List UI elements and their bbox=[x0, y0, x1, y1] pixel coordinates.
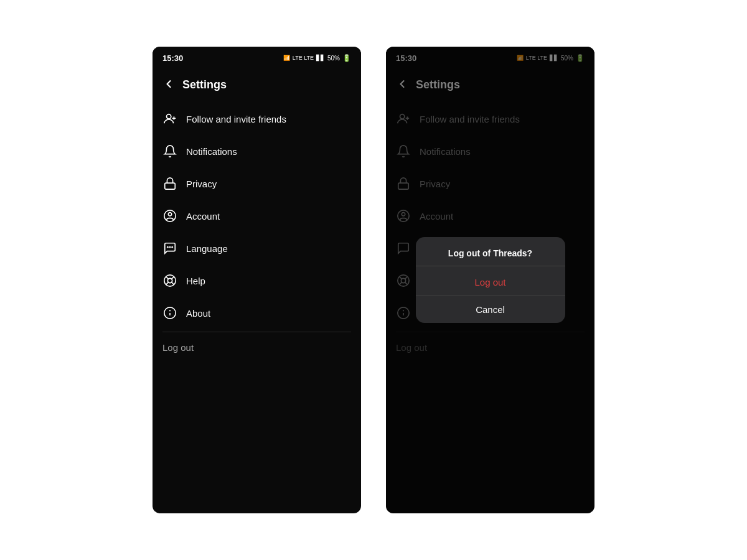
lifebuoy-icon-left bbox=[162, 273, 177, 288]
menu-item-notifications-left[interactable]: Notifications bbox=[153, 135, 361, 167]
follow-label-left: Follow and invite friends bbox=[186, 114, 286, 124]
header-left: Settings bbox=[153, 69, 361, 100]
about-label-left: About bbox=[186, 308, 210, 319]
help-label-left: Help bbox=[186, 276, 205, 286]
chat-bubble-icon-left bbox=[162, 241, 177, 256]
svg-point-0 bbox=[167, 114, 171, 119]
status-time-left: 15:30 bbox=[162, 54, 183, 63]
menu-list-left: Follow and invite friends Notifications … bbox=[153, 100, 361, 513]
svg-line-11 bbox=[166, 277, 169, 279]
dialog-divider-top bbox=[416, 266, 565, 266]
battery-icon: 🔋 bbox=[342, 54, 351, 62]
svg-point-10 bbox=[167, 278, 172, 282]
svg-point-5 bbox=[168, 213, 172, 217]
dialog-logout-button[interactable]: Log out bbox=[416, 269, 565, 296]
svg-line-13 bbox=[172, 277, 174, 279]
privacy-label-left: Privacy bbox=[186, 179, 217, 189]
svg-line-12 bbox=[172, 282, 174, 285]
back-button-left[interactable] bbox=[162, 78, 175, 92]
signal-bars-icon: ▋▋ bbox=[316, 55, 325, 61]
battery-text: 50% bbox=[327, 55, 340, 62]
phone-left: 15:30 📶 LTE LTE ▋▋ 50% 🔋 Settings Follow… bbox=[153, 47, 361, 513]
language-label-left: Language bbox=[186, 243, 228, 254]
logout-item-left[interactable]: Log out bbox=[153, 335, 361, 361]
menu-item-about-left[interactable]: About bbox=[153, 297, 361, 329]
person-add-icon bbox=[162, 111, 177, 126]
lock-icon-left bbox=[162, 176, 177, 191]
person-circle-icon-left bbox=[162, 208, 177, 223]
phone-right: 15:30 📶 LTE LTE ▋▋ 50% 🔋 Settings Follow… bbox=[386, 47, 594, 513]
settings-title-left: Settings bbox=[182, 78, 227, 91]
menu-item-account-left[interactable]: Account bbox=[153, 200, 361, 232]
dialog-title: Log out of Threads? bbox=[416, 237, 565, 266]
menu-item-help-left[interactable]: Help bbox=[153, 264, 361, 297]
signal-text: LTE LTE bbox=[293, 55, 314, 61]
dialog-cancel-button[interactable]: Cancel bbox=[416, 296, 565, 323]
status-icons-left: 📶 LTE LTE ▋▋ 50% 🔋 bbox=[283, 54, 351, 62]
account-label-left: Account bbox=[186, 211, 220, 222]
logout-label-left: Log out bbox=[162, 342, 194, 353]
logout-dialog: Log out of Threads? Log out Cancel bbox=[416, 237, 565, 323]
menu-item-follow-left[interactable]: Follow and invite friends bbox=[153, 103, 361, 135]
menu-divider-left bbox=[162, 332, 351, 332]
svg-rect-3 bbox=[165, 183, 176, 189]
menu-item-language-left[interactable]: Language bbox=[153, 232, 361, 264]
bell-icon-left bbox=[162, 144, 177, 159]
status-bar-left: 15:30 📶 LTE LTE ▋▋ 50% 🔋 bbox=[153, 47, 361, 69]
wifi-icon: 📶 bbox=[283, 55, 290, 61]
menu-item-privacy-left[interactable]: Privacy bbox=[153, 167, 361, 200]
dialog-overlay: Log out of Threads? Log out Cancel bbox=[386, 47, 594, 513]
svg-line-14 bbox=[166, 282, 169, 285]
notifications-label-left: Notifications bbox=[186, 146, 237, 157]
info-circle-icon-left bbox=[162, 306, 177, 320]
